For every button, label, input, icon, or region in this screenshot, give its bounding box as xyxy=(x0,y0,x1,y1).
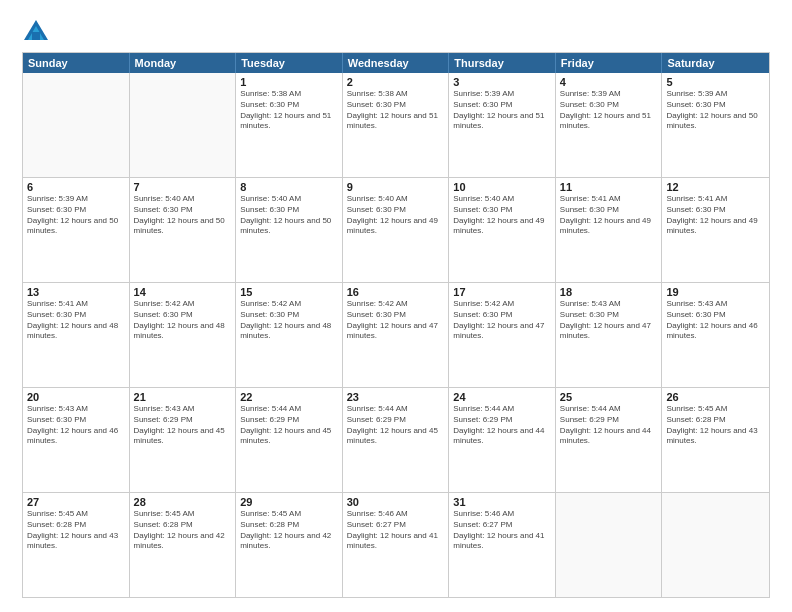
day-number: 9 xyxy=(347,181,445,193)
calendar-header-cell: Tuesday xyxy=(236,53,343,73)
calendar-row: 1Sunrise: 5:38 AM Sunset: 6:30 PM Daylig… xyxy=(23,73,769,177)
calendar-day-26: 26Sunrise: 5:45 AM Sunset: 6:28 PM Dayli… xyxy=(662,388,769,492)
calendar-day-23: 23Sunrise: 5:44 AM Sunset: 6:29 PM Dayli… xyxy=(343,388,450,492)
day-info: Sunrise: 5:45 AM Sunset: 6:28 PM Dayligh… xyxy=(27,509,125,552)
calendar-day-5: 5Sunrise: 5:39 AM Sunset: 6:30 PM Daylig… xyxy=(662,73,769,177)
calendar-empty-cell xyxy=(23,73,130,177)
calendar-day-21: 21Sunrise: 5:43 AM Sunset: 6:29 PM Dayli… xyxy=(130,388,237,492)
day-number: 10 xyxy=(453,181,551,193)
calendar-header-cell: Thursday xyxy=(449,53,556,73)
day-info: Sunrise: 5:42 AM Sunset: 6:30 PM Dayligh… xyxy=(240,299,338,342)
day-info: Sunrise: 5:41 AM Sunset: 6:30 PM Dayligh… xyxy=(27,299,125,342)
calendar-day-1: 1Sunrise: 5:38 AM Sunset: 6:30 PM Daylig… xyxy=(236,73,343,177)
logo xyxy=(22,18,53,46)
day-info: Sunrise: 5:38 AM Sunset: 6:30 PM Dayligh… xyxy=(347,89,445,132)
calendar-day-16: 16Sunrise: 5:42 AM Sunset: 6:30 PM Dayli… xyxy=(343,283,450,387)
day-info: Sunrise: 5:42 AM Sunset: 6:30 PM Dayligh… xyxy=(453,299,551,342)
day-info: Sunrise: 5:45 AM Sunset: 6:28 PM Dayligh… xyxy=(240,509,338,552)
calendar-day-14: 14Sunrise: 5:42 AM Sunset: 6:30 PM Dayli… xyxy=(130,283,237,387)
header xyxy=(22,18,770,46)
calendar-day-20: 20Sunrise: 5:43 AM Sunset: 6:30 PM Dayli… xyxy=(23,388,130,492)
calendar-day-24: 24Sunrise: 5:44 AM Sunset: 6:29 PM Dayli… xyxy=(449,388,556,492)
day-number: 8 xyxy=(240,181,338,193)
day-info: Sunrise: 5:39 AM Sunset: 6:30 PM Dayligh… xyxy=(666,89,765,132)
day-number: 7 xyxy=(134,181,232,193)
calendar-day-18: 18Sunrise: 5:43 AM Sunset: 6:30 PM Dayli… xyxy=(556,283,663,387)
day-info: Sunrise: 5:40 AM Sunset: 6:30 PM Dayligh… xyxy=(347,194,445,237)
calendar-row: 6Sunrise: 5:39 AM Sunset: 6:30 PM Daylig… xyxy=(23,177,769,282)
day-info: Sunrise: 5:42 AM Sunset: 6:30 PM Dayligh… xyxy=(347,299,445,342)
day-number: 20 xyxy=(27,391,125,403)
calendar-day-2: 2Sunrise: 5:38 AM Sunset: 6:30 PM Daylig… xyxy=(343,73,450,177)
page: SundayMondayTuesdayWednesdayThursdayFrid… xyxy=(0,0,792,612)
day-number: 15 xyxy=(240,286,338,298)
calendar: SundayMondayTuesdayWednesdayThursdayFrid… xyxy=(22,52,770,598)
day-info: Sunrise: 5:45 AM Sunset: 6:28 PM Dayligh… xyxy=(666,404,765,447)
day-number: 6 xyxy=(27,181,125,193)
day-info: Sunrise: 5:44 AM Sunset: 6:29 PM Dayligh… xyxy=(453,404,551,447)
day-info: Sunrise: 5:45 AM Sunset: 6:28 PM Dayligh… xyxy=(134,509,232,552)
day-number: 5 xyxy=(666,76,765,88)
day-info: Sunrise: 5:41 AM Sunset: 6:30 PM Dayligh… xyxy=(560,194,658,237)
day-info: Sunrise: 5:41 AM Sunset: 6:30 PM Dayligh… xyxy=(666,194,765,237)
calendar-header-cell: Sunday xyxy=(23,53,130,73)
day-info: Sunrise: 5:43 AM Sunset: 6:29 PM Dayligh… xyxy=(134,404,232,447)
day-info: Sunrise: 5:43 AM Sunset: 6:30 PM Dayligh… xyxy=(27,404,125,447)
day-info: Sunrise: 5:39 AM Sunset: 6:30 PM Dayligh… xyxy=(453,89,551,132)
calendar-row: 13Sunrise: 5:41 AM Sunset: 6:30 PM Dayli… xyxy=(23,282,769,387)
day-number: 30 xyxy=(347,496,445,508)
day-info: Sunrise: 5:44 AM Sunset: 6:29 PM Dayligh… xyxy=(240,404,338,447)
day-number: 31 xyxy=(453,496,551,508)
calendar-header-cell: Monday xyxy=(130,53,237,73)
day-info: Sunrise: 5:43 AM Sunset: 6:30 PM Dayligh… xyxy=(560,299,658,342)
calendar-day-10: 10Sunrise: 5:40 AM Sunset: 6:30 PM Dayli… xyxy=(449,178,556,282)
calendar-day-30: 30Sunrise: 5:46 AM Sunset: 6:27 PM Dayli… xyxy=(343,493,450,597)
calendar-header-cell: Wednesday xyxy=(343,53,450,73)
day-number: 14 xyxy=(134,286,232,298)
day-number: 25 xyxy=(560,391,658,403)
day-info: Sunrise: 5:42 AM Sunset: 6:30 PM Dayligh… xyxy=(134,299,232,342)
day-number: 24 xyxy=(453,391,551,403)
calendar-day-22: 22Sunrise: 5:44 AM Sunset: 6:29 PM Dayli… xyxy=(236,388,343,492)
day-number: 3 xyxy=(453,76,551,88)
calendar-day-29: 29Sunrise: 5:45 AM Sunset: 6:28 PM Dayli… xyxy=(236,493,343,597)
svg-rect-2 xyxy=(32,32,40,40)
day-number: 27 xyxy=(27,496,125,508)
day-number: 2 xyxy=(347,76,445,88)
calendar-empty-cell xyxy=(556,493,663,597)
day-number: 28 xyxy=(134,496,232,508)
day-info: Sunrise: 5:43 AM Sunset: 6:30 PM Dayligh… xyxy=(666,299,765,342)
day-number: 22 xyxy=(240,391,338,403)
calendar-day-27: 27Sunrise: 5:45 AM Sunset: 6:28 PM Dayli… xyxy=(23,493,130,597)
calendar-day-9: 9Sunrise: 5:40 AM Sunset: 6:30 PM Daylig… xyxy=(343,178,450,282)
day-number: 21 xyxy=(134,391,232,403)
calendar-day-28: 28Sunrise: 5:45 AM Sunset: 6:28 PM Dayli… xyxy=(130,493,237,597)
calendar-day-12: 12Sunrise: 5:41 AM Sunset: 6:30 PM Dayli… xyxy=(662,178,769,282)
calendar-header-cell: Friday xyxy=(556,53,663,73)
day-number: 13 xyxy=(27,286,125,298)
day-number: 11 xyxy=(560,181,658,193)
day-number: 17 xyxy=(453,286,551,298)
calendar-day-4: 4Sunrise: 5:39 AM Sunset: 6:30 PM Daylig… xyxy=(556,73,663,177)
calendar-day-3: 3Sunrise: 5:39 AM Sunset: 6:30 PM Daylig… xyxy=(449,73,556,177)
day-info: Sunrise: 5:44 AM Sunset: 6:29 PM Dayligh… xyxy=(560,404,658,447)
day-info: Sunrise: 5:40 AM Sunset: 6:30 PM Dayligh… xyxy=(240,194,338,237)
calendar-empty-cell xyxy=(130,73,237,177)
day-number: 16 xyxy=(347,286,445,298)
calendar-day-8: 8Sunrise: 5:40 AM Sunset: 6:30 PM Daylig… xyxy=(236,178,343,282)
day-info: Sunrise: 5:46 AM Sunset: 6:27 PM Dayligh… xyxy=(453,509,551,552)
day-number: 23 xyxy=(347,391,445,403)
day-number: 12 xyxy=(666,181,765,193)
day-info: Sunrise: 5:44 AM Sunset: 6:29 PM Dayligh… xyxy=(347,404,445,447)
calendar-header: SundayMondayTuesdayWednesdayThursdayFrid… xyxy=(23,53,769,73)
calendar-empty-cell xyxy=(662,493,769,597)
day-info: Sunrise: 5:40 AM Sunset: 6:30 PM Dayligh… xyxy=(453,194,551,237)
calendar-row: 20Sunrise: 5:43 AM Sunset: 6:30 PM Dayli… xyxy=(23,387,769,492)
day-number: 19 xyxy=(666,286,765,298)
calendar-day-19: 19Sunrise: 5:43 AM Sunset: 6:30 PM Dayli… xyxy=(662,283,769,387)
day-number: 4 xyxy=(560,76,658,88)
day-number: 29 xyxy=(240,496,338,508)
calendar-row: 27Sunrise: 5:45 AM Sunset: 6:28 PM Dayli… xyxy=(23,492,769,597)
day-number: 26 xyxy=(666,391,765,403)
calendar-day-13: 13Sunrise: 5:41 AM Sunset: 6:30 PM Dayli… xyxy=(23,283,130,387)
